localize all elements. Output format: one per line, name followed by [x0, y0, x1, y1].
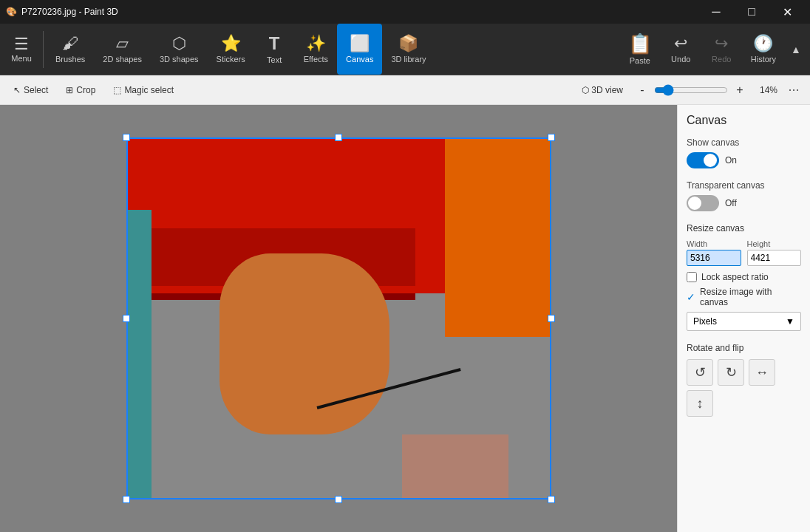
3d-view-icon: ⬡	[582, 85, 589, 95]
effects-label: Effects	[304, 55, 328, 64]
close-button[interactable]: ✕	[770, 0, 804, 24]
panel-title: Canvas	[687, 114, 801, 127]
toolbar-item-effects[interactable]: ✨ Effects	[295, 24, 337, 75]
zoom-controls: - + 14%	[633, 81, 777, 99]
rotate-left-button[interactable]: ↺	[687, 359, 713, 386]
collapse-icon: ▲	[791, 44, 801, 55]
handle-top-center[interactable]	[335, 134, 342, 141]
rotate-row: ↺ ↻ ↔ ↕	[687, 359, 801, 417]
history-icon: 🕐	[753, 35, 773, 52]
width-input[interactable]	[687, 250, 741, 266]
lock-aspect-ratio-row: Lock aspect ratio	[687, 272, 801, 282]
transparent-canvas-toggle[interactable]	[687, 195, 719, 211]
magic-select-label: Magic select	[124, 85, 174, 95]
paste-icon: 📋	[628, 34, 652, 53]
stickers-label: Stickers	[217, 55, 245, 64]
magic-select-button[interactable]: ⬚ Magic select	[106, 82, 181, 98]
handle-bottom-center[interactable]	[335, 496, 342, 503]
resize-canvas-section: Resize canvas Width Height Lock aspect r…	[687, 223, 801, 331]
show-canvas-toggle-thumb	[704, 154, 717, 167]
toolbar-redo-button[interactable]: ↪ Redo	[701, 33, 742, 66]
select-icon: ↖	[13, 85, 21, 95]
toolbar-history-button[interactable]: 🕐 History	[742, 33, 785, 66]
height-input[interactable]	[747, 250, 802, 266]
transparent-canvas-label: Transparent canvas	[687, 180, 801, 191]
zoom-out-button[interactable]: -	[633, 81, 651, 99]
toolbar-item-2d-shapes[interactable]: ▱ 2D shapes	[94, 24, 151, 75]
toolbar-collapse-button[interactable]: ▲	[785, 41, 807, 58]
toolbar-item-stickers[interactable]: ⭐ Stickers	[208, 24, 254, 75]
resize-row: Width Height	[687, 239, 801, 266]
paste-label: Paste	[630, 56, 650, 65]
brushes-icon: 🖌	[62, 35, 78, 52]
app-icon: 🎨	[6, 7, 17, 17]
lock-aspect-ratio-checkbox[interactable]	[687, 272, 697, 282]
minimize-button[interactable]: ─	[699, 0, 733, 24]
canvas-area[interactable]	[0, 105, 677, 532]
handle-middle-right[interactable]	[548, 315, 555, 322]
toolbar-item-3d-library[interactable]: 📦 3D library	[382, 24, 435, 75]
3d-view-button[interactable]: ⬡ 3D view	[577, 83, 627, 98]
toolbar-item-brushes[interactable]: 🖌 Brushes	[47, 24, 94, 75]
photo-teal-left	[126, 210, 152, 499]
resize-canvas-title: Resize canvas	[687, 223, 801, 233]
toolbar-item-3d-shapes[interactable]: ⬡ 3D shapes	[151, 24, 208, 75]
crop-icon: ⊞	[66, 85, 73, 95]
action-bar: ↖ Select ⊞ Crop ⬚ Magic select ⬡ 3D view…	[0, 75, 810, 105]
show-canvas-toggle[interactable]	[687, 152, 719, 168]
zoom-value: 14%	[752, 85, 777, 95]
redo-label: Redo	[712, 55, 731, 64]
app-title: P7270236.jpg - Paint 3D	[21, 7, 118, 17]
title-bar: 🎨 P7270236.jpg - Paint 3D ─ □ ✕	[0, 0, 810, 24]
3d-shapes-label: 3D shapes	[160, 55, 199, 64]
height-label: Height	[747, 239, 802, 248]
show-canvas-state: On	[725, 155, 737, 166]
handle-top-right[interactable]	[548, 134, 555, 141]
menu-button[interactable]: ☰ Menu	[3, 24, 40, 75]
handle-top-left[interactable]	[123, 134, 130, 141]
3d-view-label: 3D view	[591, 85, 623, 95]
handle-bottom-right[interactable]	[548, 496, 555, 503]
photo-step	[402, 434, 508, 499]
units-dropdown[interactable]: Pixels ▼	[687, 312, 801, 331]
3d-library-label: 3D library	[391, 55, 426, 64]
image-container	[126, 137, 551, 499]
canvas-icon: ⬜	[350, 35, 370, 52]
resize-with-image-row: ✓ Resize image with canvas	[687, 287, 801, 307]
history-label: History	[751, 55, 776, 64]
more-options-button[interactable]: ···	[783, 80, 804, 100]
select-button[interactable]: ↖ Select	[6, 82, 55, 98]
toolbar-undo-button[interactable]: ↩ Undo	[661, 33, 701, 66]
zoom-in-button[interactable]: +	[731, 81, 749, 99]
width-field-group: Width	[687, 239, 741, 266]
width-label: Width	[687, 239, 741, 248]
flip-horizontal-button[interactable]: ↔	[749, 359, 775, 386]
zoom-slider[interactable]	[654, 84, 728, 96]
main-area: Canvas Show canvas On Transparent canvas…	[0, 105, 810, 532]
photo-canvas	[126, 137, 551, 499]
crop-button[interactable]: ⊞ Crop	[58, 82, 103, 98]
toolbar-item-text[interactable]: T Text	[254, 24, 295, 75]
dropdown-arrow-icon: ▼	[786, 316, 794, 327]
right-panel: Canvas Show canvas On Transparent canvas…	[677, 105, 810, 532]
check-icon: ✓	[687, 291, 695, 303]
rotate-right-button[interactable]: ↻	[718, 359, 744, 386]
3d-shapes-icon: ⬡	[172, 35, 186, 52]
maximize-button[interactable]: □	[735, 0, 769, 24]
3d-library-icon: 📦	[398, 35, 418, 52]
transparent-canvas-toggle-thumb	[688, 197, 701, 210]
transparent-canvas-state: Off	[725, 198, 737, 208]
toolbar-item-canvas[interactable]: ⬜ Canvas	[337, 24, 382, 75]
toolbar-divider-1	[43, 31, 44, 68]
text-icon: T	[269, 35, 280, 52]
handle-middle-left[interactable]	[123, 315, 130, 322]
magic-select-icon: ⬚	[113, 85, 121, 95]
show-canvas-section: Show canvas On	[687, 137, 801, 168]
undo-icon: ↩	[674, 35, 687, 52]
height-field-group: Height	[747, 239, 802, 266]
transparent-canvas-section: Transparent canvas Off	[687, 180, 801, 211]
handle-bottom-left[interactable]	[123, 496, 130, 503]
toolbar-paste-button[interactable]: 📋 Paste	[619, 31, 661, 68]
text-label: Text	[267, 55, 282, 64]
flip-vertical-button[interactable]: ↕	[687, 390, 713, 417]
